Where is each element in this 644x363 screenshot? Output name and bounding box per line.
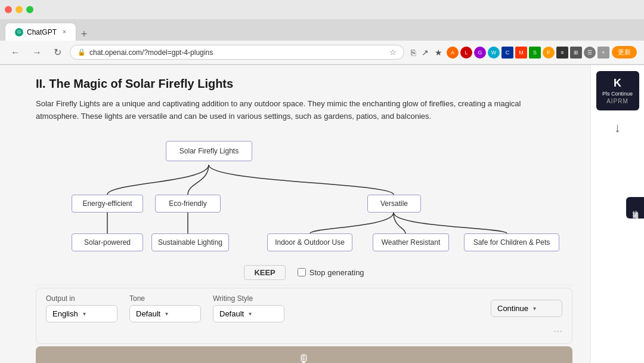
ext-icon-10[interactable]: ⊞ xyxy=(570,47,582,59)
content-area: II. The Magic of Solar Firefly Lights So… xyxy=(0,65,590,363)
aiprm-logo-letter: K xyxy=(600,77,636,90)
ext-icon-1[interactable]: A xyxy=(447,47,459,59)
ext-icon-8[interactable]: F xyxy=(543,47,555,59)
tab-title: ChatGPT xyxy=(27,28,57,36)
new-tab-btn[interactable]: + xyxy=(76,28,92,41)
section-title: II. The Magic of Solar Firefly Lights xyxy=(36,77,572,91)
address-text: chat.openai.com/?model=gpt-4-plugins xyxy=(89,48,386,57)
section-description: Solar Firefly Lights are a unique and ca… xyxy=(36,98,543,123)
output-chevron: ▾ xyxy=(83,310,86,317)
page-area: II. The Magic of Solar Firefly Lights So… xyxy=(0,65,644,363)
ext-icon-6[interactable]: M xyxy=(515,47,527,59)
tree-node-indoor-outdoor: Indoor & Outdoor Use xyxy=(267,233,352,251)
update-button[interactable]: 更新 xyxy=(612,46,637,59)
ext-icon-4[interactable]: W xyxy=(488,47,500,59)
tone-label: Tone xyxy=(129,294,201,303)
active-tab[interactable]: G ChatGPT × xyxy=(5,23,76,41)
browser-chrome: G ChatGPT × + ← → ↻ 🔒 chat.openai.com/?m… xyxy=(0,0,644,65)
tone-chevron: ▾ xyxy=(165,310,168,317)
action-bar: KEEP Stop generating xyxy=(36,260,572,285)
controls-container: Output in English ▾ Tone Default ▾ Writi… xyxy=(36,288,572,344)
tab-close-btn[interactable]: × xyxy=(63,29,66,35)
keep-button[interactable]: KEEP xyxy=(244,265,285,280)
share-icon[interactable]: ↗ xyxy=(420,46,431,59)
input-area: 🎙 xyxy=(36,346,572,363)
mic-area: 🎙 xyxy=(48,352,561,363)
stop-generating-label: Stop generating xyxy=(309,268,364,277)
tree-node-eco-friendly: Eco-friendly xyxy=(155,195,221,213)
more-options: ··· xyxy=(46,322,562,337)
nav-bar: ← → ↻ 🔒 chat.openai.com/?model=gpt-4-plu… xyxy=(0,41,644,64)
output-control: Output in English ▾ xyxy=(46,294,117,322)
tree-node-versatile: Versatile xyxy=(367,195,421,213)
address-bar[interactable]: 🔒 chat.openai.com/?model=gpt-4-plugins ☆ xyxy=(70,45,404,60)
controls-row: Output in English ▾ Tone Default ▾ Writi… xyxy=(46,294,562,322)
aiprm-card[interactable]: K Pls Continue AIPRM xyxy=(596,71,639,110)
ext-icon-11[interactable]: ☰ xyxy=(584,47,596,59)
ext-icon-2[interactable]: L xyxy=(460,47,472,59)
writing-style-value: Default xyxy=(219,309,244,318)
scroll-down-btn[interactable]: ↓ xyxy=(614,120,621,136)
stop-generating-checkbox[interactable] xyxy=(298,268,306,276)
continue-area: Continue ▾ xyxy=(491,300,562,317)
stop-generating-area: Stop generating xyxy=(298,268,364,277)
writing-style-control: Writing Style Default ▾ xyxy=(213,294,284,322)
ext-icon-12[interactable]: + xyxy=(597,47,609,59)
tree-root-node: Solar Firefly Lights xyxy=(166,141,252,161)
tree-node-solar-powered: Solar-powered xyxy=(72,233,143,251)
mic-button[interactable]: 🎙 xyxy=(298,352,311,363)
writing-style-label: Writing Style xyxy=(213,294,284,303)
pls-continue-text: Pls Continue xyxy=(600,91,636,97)
lock-icon: 🔒 xyxy=(78,48,86,56)
writing-style-chevron: ▾ xyxy=(249,310,252,317)
tree-node-safe-children-pets: Safe for Children & Pets xyxy=(464,233,559,251)
forward-btn[interactable]: → xyxy=(29,45,45,60)
browser-toolbar-icons: ⎘ ↗ ★ A L G W C M S F ≡ ⊞ ☰ + 更新 xyxy=(409,46,637,59)
quick-command-label: 快捷指令 xyxy=(631,205,639,210)
screenshot-icon[interactable]: ⎘ xyxy=(409,46,417,59)
ext-icon-7[interactable]: S xyxy=(529,47,541,59)
continue-label: Continue xyxy=(497,304,528,313)
quick-command-btn[interactable]: 快捷指令 xyxy=(626,197,644,219)
tab-favicon: G xyxy=(15,28,23,36)
writing-style-select[interactable]: Default ▾ xyxy=(213,305,284,322)
ext-icon-3[interactable]: G xyxy=(474,47,486,59)
tree-node-sustainable-lighting: Sustainable Lighting xyxy=(151,233,229,251)
output-value: English xyxy=(52,309,78,318)
tone-select[interactable]: Default ▾ xyxy=(129,305,201,322)
continue-chevron: ▾ xyxy=(533,305,536,312)
star-icon[interactable]: ★ xyxy=(433,46,444,59)
tree-node-weather-resistant: Weather Resistant xyxy=(373,233,449,251)
tree-diagram: Solar Firefly Lights Energy-efficient Ec… xyxy=(36,135,572,260)
title-bar xyxy=(0,0,644,19)
refresh-btn[interactable]: ↻ xyxy=(50,44,65,60)
output-label: Output in xyxy=(46,294,117,303)
ext-icon-5[interactable]: C xyxy=(501,47,513,59)
aiprm-brand: AIPRM xyxy=(600,98,636,104)
more-dots-icon[interactable]: ··· xyxy=(553,325,562,337)
tone-control: Tone Default ▾ xyxy=(129,294,201,322)
tone-value: Default xyxy=(136,309,160,318)
continue-button[interactable]: Continue ▾ xyxy=(491,300,562,317)
output-select[interactable]: English ▾ xyxy=(46,305,117,322)
bookmark-icon[interactable]: ☆ xyxy=(389,48,397,57)
right-panel: K Pls Continue AIPRM ↓ 快捷指令 xyxy=(590,65,644,363)
tab-bar: G ChatGPT × + xyxy=(0,19,644,41)
ext-icon-9[interactable]: ≡ xyxy=(556,47,568,59)
tree-node-energy-efficient: Energy-efficient xyxy=(72,195,143,213)
back-btn[interactable]: ← xyxy=(7,45,24,60)
